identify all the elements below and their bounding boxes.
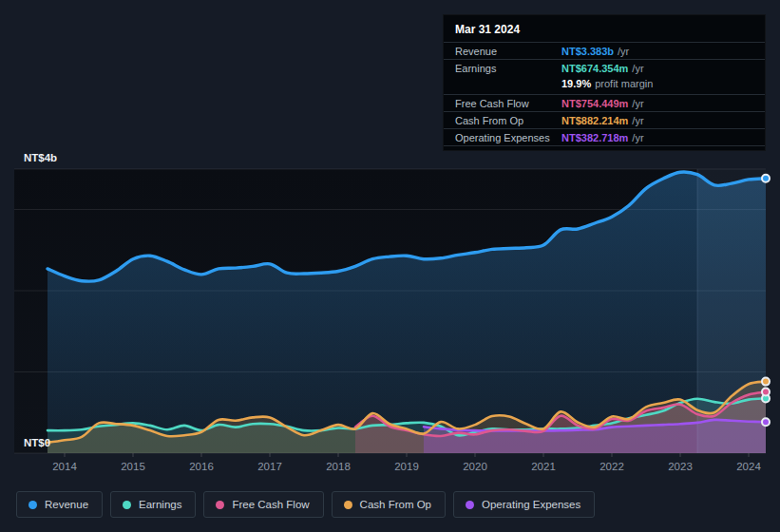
tooltip-row-earnings: Earnings NT$674.354m/yr 19.9%profit marg… [444,60,765,95]
profit-margin-value: 19.9% [561,78,591,89]
legend-item-cash-from-op[interactable]: Cash From Op [332,491,446,518]
cash-from-op-legend-dot [344,501,352,509]
cash_from_op-end-marker [762,378,770,386]
per-year-suffix: /yr [618,46,629,57]
x-axis-year-label: 2020 [463,461,487,472]
legend-item-label: Operating Expenses [482,499,580,510]
x-axis-year-label: 2024 [736,461,761,472]
chart-legend: Revenue Earnings Free Cash Flow Cash Fro… [16,491,595,518]
legend-item-revenue[interactable]: Revenue [16,491,103,518]
operating_expenses-end-marker [762,418,770,426]
legend-item-label: Earnings [139,499,181,510]
x-axis-year-label: 2014 [52,461,77,472]
x-axis-year-label: 2015 [121,461,145,472]
legend-item-label: Free Cash Flow [232,499,309,510]
x-axis-year-label: 2018 [326,461,351,472]
tooltip-label: Operating Expenses [455,132,561,143]
earnings-value: NT$674.354m [561,63,628,74]
tooltip-row-cash-from-op: Cash From Op NT$882.214m/yr [444,112,765,129]
revenue-legend-dot [29,501,37,509]
legend-item-label: Revenue [45,499,88,510]
per-year-suffix: /yr [632,132,643,143]
revenue-end-marker [762,175,770,182]
per-year-suffix: /yr [632,98,643,109]
legend-item-operating-expenses[interactable]: Operating Expenses [453,491,595,518]
x-axis-year-label: 2017 [257,461,282,472]
tooltip-row-operating-expenses: Operating Expenses NT$382.718m/yr [444,129,765,146]
tooltip-label: Free Cash Flow [455,98,561,109]
legend-item-free-cash-flow[interactable]: Free Cash Flow [203,491,323,518]
tooltip-row-free-cash-flow: Free Cash Flow NT$754.449m/yr [444,95,765,112]
profit-margin-label: profit margin [595,78,653,89]
hover-highlight-band [697,169,766,453]
x-axis-labels: 2014201520162017201820192020202120222023… [52,461,761,472]
tooltip-row-revenue: Revenue NT$3.383b/yr [444,43,765,60]
free_cash_flow-end-marker [762,389,770,396]
x-axis-year-label: 2016 [189,461,214,472]
earnings-legend-dot [123,501,131,509]
earnings-revenue-history-page: { "tooltip": { "date": "Mar 31 2024", "r… [0,0,780,532]
legend-item-earnings[interactable]: Earnings [110,491,196,518]
y-axis-zero-label: NT$0 [24,437,50,448]
cash-from-op-value: NT$882.214m [561,115,628,126]
operating-expenses-legend-dot [466,501,474,509]
tooltip-label: Cash From Op [455,115,561,126]
revenue-value: NT$3.383b [561,46,614,57]
tooltip-label: Earnings [455,63,561,74]
x-axis-year-label: 2023 [668,461,693,472]
y-axis-max-label: NT$4b [24,152,57,163]
free-cash-flow-value: NT$754.449m [561,98,628,109]
tooltip-date: Mar 31 2024 [444,15,765,43]
x-axis-year-label: 2019 [394,461,419,472]
per-year-suffix: /yr [632,115,643,126]
hover-tooltip: Mar 31 2024 Revenue NT$3.383b/yr Earning… [443,14,766,151]
x-axis-year-label: 2021 [531,461,556,472]
operating-expenses-value: NT$382.718m [561,132,628,143]
legend-item-label: Cash From Op [360,499,431,510]
free-cash-flow-legend-dot [216,501,224,509]
x-axis-ticks [65,453,749,457]
tooltip-label: Revenue [455,46,561,57]
x-axis-year-label: 2022 [599,461,624,472]
per-year-suffix: /yr [632,63,643,74]
